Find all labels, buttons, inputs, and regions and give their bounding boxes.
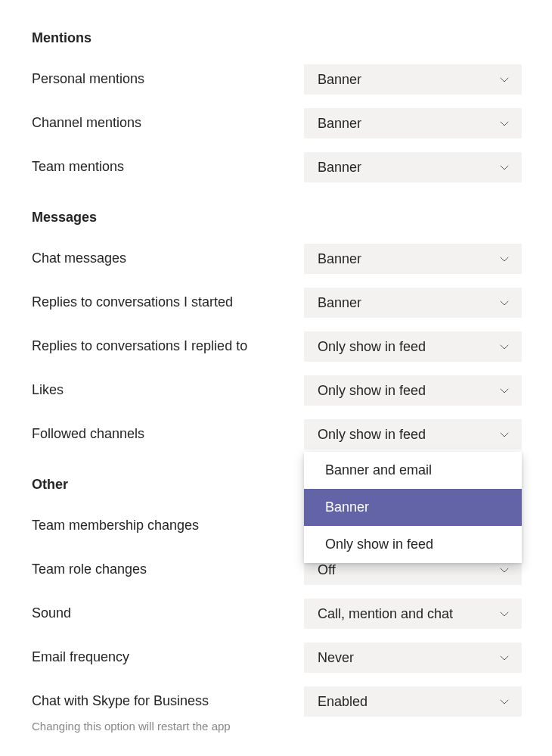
label-skype-chat: Chat with Skype for Business: [32, 692, 304, 710]
row-email-frequency: Email frequency Never: [32, 642, 522, 673]
dropdown-menu-followed-channels[interactable]: Banner and email Banner Only show in fee…: [304, 452, 522, 563]
section-mentions: Mentions Personal mentions Banner Channe…: [32, 30, 522, 182]
label-personal-mentions: Personal mentions: [32, 70, 304, 88]
label-followed-channels: Followed channels: [32, 425, 304, 443]
dropdown-followed-channels[interactable]: Only show in feed: [304, 419, 522, 450]
dropdown-sound[interactable]: Call, mention and chat: [304, 599, 522, 629]
chevron-down-icon: [498, 73, 511, 86]
dropdown-likes[interactable]: Only show in feed: [304, 375, 522, 406]
dropdown-value: Banner: [318, 160, 361, 176]
dropdown-value: Banner: [318, 116, 361, 132]
label-sound: Sound: [32, 605, 304, 622]
row-followed-channels: Followed channels Only show in feed: [32, 419, 522, 450]
section-messages: Messages Chat messages Banner Replies to…: [32, 210, 522, 450]
dropdown-value: Banner: [318, 251, 361, 267]
dropdown-value: Enabled: [318, 694, 367, 710]
dropdown-replies-started[interactable]: Banner: [304, 288, 522, 318]
chevron-down-icon: [498, 117, 511, 130]
row-personal-mentions: Personal mentions Banner: [32, 64, 522, 95]
section-heading-mentions: Mentions: [32, 30, 522, 46]
label-chat-messages: Chat messages: [32, 250, 304, 267]
dropdown-value: Banner: [318, 295, 361, 311]
label-team-role: Team role changes: [32, 561, 304, 578]
dropdown-value: Off: [318, 562, 336, 578]
dropdown-chat-messages[interactable]: Banner: [304, 244, 522, 274]
dropdown-value: Only show in feed: [318, 427, 426, 443]
row-skype-chat: Chat with Skype for Business Enabled: [32, 686, 522, 717]
dropdown-team-mentions[interactable]: Banner: [304, 152, 522, 182]
dropdown-personal-mentions[interactable]: Banner: [304, 64, 522, 95]
section-heading-messages: Messages: [32, 210, 522, 226]
row-sound: Sound Call, mention and chat: [32, 599, 522, 629]
chevron-down-icon: [498, 651, 511, 664]
row-replies-replied: Replies to conversations I replied to On…: [32, 331, 522, 362]
label-likes: Likes: [32, 381, 304, 399]
dropdown-replies-replied[interactable]: Only show in feed: [304, 331, 522, 362]
chevron-down-icon: [498, 607, 511, 621]
dropdown-value: Never: [318, 650, 354, 666]
label-replies-started: Replies to conversations I started: [32, 294, 304, 311]
chevron-down-icon: [498, 428, 511, 441]
dropdown-option-selected[interactable]: Banner: [304, 489, 522, 526]
dropdown-channel-mentions[interactable]: Banner: [304, 108, 522, 138]
label-email-frequency: Email frequency: [32, 649, 304, 666]
dropdown-value: Banner: [318, 72, 361, 88]
dropdown-skype-chat[interactable]: Enabled: [304, 686, 522, 717]
dropdown-value: Only show in feed: [318, 383, 426, 399]
row-likes: Likes Only show in feed: [32, 375, 522, 406]
chevron-down-icon: [498, 160, 511, 174]
chevron-down-icon: [498, 340, 511, 353]
skype-chat-subtext: Changing this option will restart the ap…: [32, 720, 522, 733]
row-replies-started: Replies to conversations I started Banne…: [32, 288, 522, 318]
chevron-down-icon: [498, 252, 511, 266]
label-channel-mentions: Channel mentions: [32, 114, 304, 132]
dropdown-value: Call, mention and chat: [318, 606, 453, 622]
chevron-down-icon: [498, 563, 511, 577]
label-team-mentions: Team mentions: [32, 158, 304, 176]
row-team-mentions: Team mentions Banner: [32, 152, 522, 182]
label-team-membership: Team membership changes: [32, 517, 304, 534]
chevron-down-icon: [498, 695, 511, 708]
row-chat-messages: Chat messages Banner: [32, 244, 522, 274]
label-replies-replied: Replies to conversations I replied to: [32, 338, 304, 355]
dropdown-option[interactable]: Banner and email: [304, 452, 522, 489]
dropdown-option[interactable]: Only show in feed: [304, 526, 522, 563]
row-channel-mentions: Channel mentions Banner: [32, 108, 522, 138]
dropdown-email-frequency[interactable]: Never: [304, 642, 522, 673]
chevron-down-icon: [498, 296, 511, 310]
chevron-down-icon: [498, 384, 511, 397]
dropdown-value: Only show in feed: [318, 339, 426, 355]
